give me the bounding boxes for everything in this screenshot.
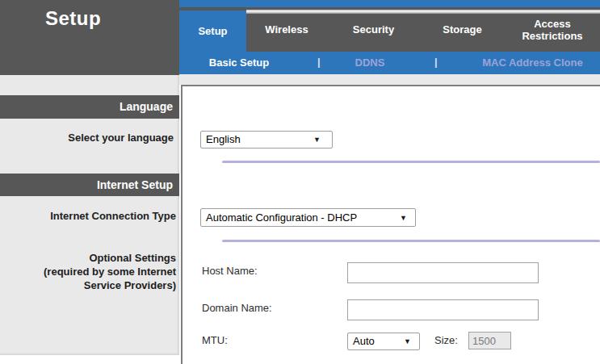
domain-name-label: Domain Name:: [202, 302, 272, 314]
dropdown-arrow-icon: ▼: [404, 333, 411, 349]
optional-settings-line3: Service Providers): [44, 278, 176, 292]
section-separator: [222, 161, 600, 163]
tab-storage[interactable]: Storage: [420, 7, 505, 52]
mtu-label: MTU:: [202, 334, 228, 346]
dropdown-arrow-icon: ▼: [400, 209, 407, 226]
router-admin-page: Setup Setup Wireless Security Storage Ac…: [0, 0, 600, 364]
connection-type-select-value: Automatic Configuration - DHCP: [206, 211, 357, 224]
mtu-select-value: Auto: [353, 335, 375, 347]
host-name-label: Host Name:: [202, 265, 258, 277]
language-select-value: English: [206, 133, 241, 145]
sidebar: Language Select your language Internet S…: [0, 75, 179, 355]
tab-list: Setup Wireless Security Storage Access R…: [179, 7, 600, 52]
label-select-language: Select your language: [68, 132, 174, 144]
mtu-select[interactable]: Auto ▼: [347, 333, 420, 350]
mtu-size-input: [468, 332, 511, 349]
host-name-input[interactable]: [347, 262, 539, 283]
subnav-mac-address-clone[interactable]: MAC Address Clone: [462, 52, 600, 74]
size-label: Size:: [434, 334, 458, 346]
subnav-divider: |: [434, 52, 438, 74]
spacer-band: [179, 74, 600, 85]
main-tab-bar: Setup Wireless Security Storage Access R…: [179, 7, 600, 52]
header-block: Setup: [0, 0, 179, 75]
section-header-language: Language: [0, 95, 179, 119]
page-title: Setup: [45, 7, 101, 30]
content-panel: English ▼ Automatic Configuration - DHCP…: [181, 85, 600, 364]
tab-access-restrictions[interactable]: Access Restrictions: [505, 7, 600, 52]
tab-setup[interactable]: Setup: [179, 10, 246, 52]
subnav-basic-setup[interactable]: Basic Setup: [199, 52, 279, 74]
label-internet-connection-type: Internet Connection Type: [50, 210, 176, 222]
top-accent-bar: [179, 0, 600, 7]
subnav-divider: |: [317, 52, 321, 74]
connection-type-select[interactable]: Automatic Configuration - DHCP ▼: [200, 208, 416, 227]
section-separator: [222, 240, 600, 242]
subnav-ddns[interactable]: DDNS: [338, 52, 402, 74]
subnav-bar: Basic Setup | DDNS | MAC Address Clone: [179, 52, 600, 74]
optional-settings-line1: Optional Settings: [44, 251, 176, 265]
section-header-internet-setup: Internet Setup: [0, 174, 179, 196]
dropdown-arrow-icon: ▼: [313, 132, 321, 148]
label-optional-settings: Optional Settings (required by some Inte…: [44, 251, 176, 292]
optional-settings-line2: (required by some Internet: [44, 265, 176, 278]
domain-name-input[interactable]: [347, 299, 539, 320]
language-select[interactable]: English ▼: [200, 131, 333, 149]
tab-wireless[interactable]: Wireless: [246, 7, 327, 52]
tab-security[interactable]: Security: [327, 7, 420, 52]
